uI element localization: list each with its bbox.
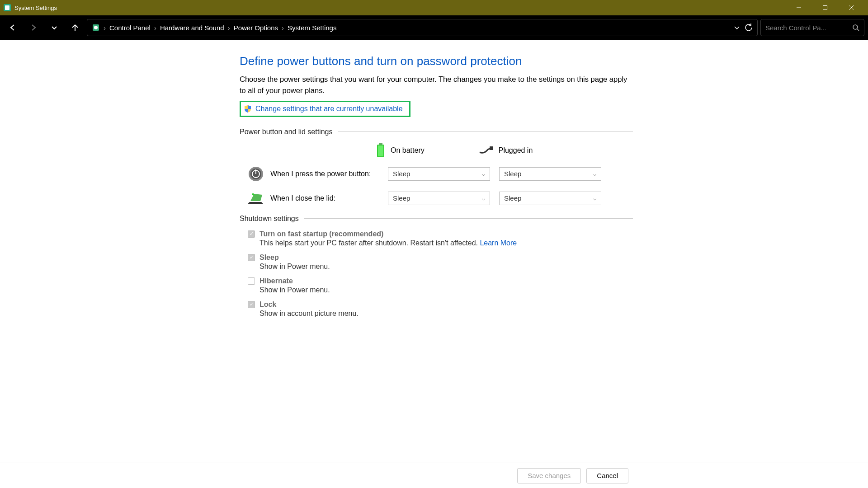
change-settings-link[interactable]: Change settings that are currently unava… <box>240 101 410 117</box>
control-panel-icon <box>92 23 100 32</box>
plug-icon <box>479 146 494 155</box>
lid-icon <box>248 190 264 206</box>
page-description: Choose the power settings that you want … <box>240 74 633 96</box>
navbar: › Control Panel › Hardware and Sound › P… <box>0 15 868 40</box>
save-button[interactable]: Save changes <box>517 468 581 483</box>
select-power-button-battery[interactable]: Sleep⌵ <box>388 167 490 181</box>
svg-point-7 <box>94 26 98 29</box>
shield-icon <box>244 105 252 113</box>
svg-rect-13 <box>490 146 493 150</box>
breadcrumb-item[interactable]: System Settings <box>288 24 336 32</box>
row-close-lid: When I close the lid: Sleep⌵ Sleep⌵ <box>240 190 633 206</box>
address-bar[interactable]: › Control Panel › Hardware and Sound › P… <box>87 19 758 36</box>
chevron-down-icon: ⌵ <box>482 195 485 202</box>
svg-point-8 <box>853 25 858 29</box>
chevron-right-icon: › <box>282 24 284 32</box>
battery-icon <box>375 143 386 158</box>
chevron-down-icon: ⌵ <box>593 195 596 202</box>
select-power-button-plugged[interactable]: Sleep⌵ <box>499 167 601 181</box>
back-button[interactable] <box>4 19 22 37</box>
learn-more-link[interactable]: Learn More <box>480 239 517 247</box>
forward-button[interactable] <box>24 19 42 37</box>
chevron-right-icon: › <box>228 24 230 32</box>
column-plugged-in: Plugged in <box>479 146 533 155</box>
checkbox-hibernate[interactable] <box>248 277 255 285</box>
breadcrumb-item[interactable]: Power Options <box>234 24 278 32</box>
power-button-icon <box>248 166 264 182</box>
breadcrumb-item[interactable]: Control Panel <box>109 24 151 32</box>
change-settings-label: Change settings that are currently unava… <box>255 105 403 113</box>
row-power-button: When I press the power button: Sleep⌵ Sl… <box>240 166 633 182</box>
app-icon <box>4 4 11 11</box>
chevron-down-icon: ⌵ <box>482 171 485 177</box>
breadcrumb-item[interactable]: Hardware and Sound <box>160 24 224 32</box>
select-lid-battery[interactable]: Sleep⌵ <box>388 192 490 205</box>
refresh-icon[interactable] <box>745 23 753 32</box>
chevron-down-icon: ⌵ <box>593 171 596 177</box>
checkbox-fast-startup[interactable] <box>248 230 255 238</box>
shutdown-sleep: Sleep Show in Power menu. <box>248 253 633 271</box>
section-power-lid: Power button and lid settings <box>240 128 633 136</box>
window-title: System Settings <box>14 5 786 11</box>
footer: Save changes Cancel <box>0 463 868 488</box>
content-area: Define power buttons and turn on passwor… <box>0 40 868 463</box>
checkbox-lock[interactable] <box>248 301 255 308</box>
svg-rect-10 <box>379 143 382 145</box>
shutdown-fast-startup: Turn on fast startup (recommended) This … <box>248 230 633 247</box>
chevron-right-icon: › <box>104 24 106 32</box>
row-label: When I close the lid: <box>270 194 388 202</box>
titlebar: System Settings <box>0 0 868 15</box>
cancel-button[interactable]: Cancel <box>586 468 628 483</box>
svg-line-9 <box>857 29 859 31</box>
column-on-battery: On battery <box>375 143 425 158</box>
section-shutdown: Shutdown settings <box>240 215 633 223</box>
checkbox-sleep[interactable] <box>248 254 255 261</box>
page-heading: Define power buttons and turn on passwor… <box>240 54 633 68</box>
svg-rect-1 <box>5 5 9 10</box>
shutdown-hibernate: Hibernate Show in Power menu. <box>248 277 633 294</box>
minimize-button[interactable] <box>786 0 812 15</box>
recent-button[interactable] <box>45 19 63 37</box>
shutdown-lock: Lock Show in account picture menu. <box>248 300 633 318</box>
search-placeholder: Search Control Pa... <box>765 24 852 32</box>
select-lid-plugged[interactable]: Sleep⌵ <box>499 192 601 205</box>
search-icon <box>852 24 859 31</box>
chevron-right-icon: › <box>154 24 156 32</box>
maximize-button[interactable] <box>812 0 838 15</box>
search-input[interactable]: Search Control Pa... <box>760 19 864 36</box>
row-label: When I press the power button: <box>270 170 388 178</box>
chevron-down-icon[interactable] <box>734 24 740 31</box>
up-button[interactable] <box>66 19 84 37</box>
close-button[interactable] <box>838 0 864 15</box>
svg-rect-12 <box>378 145 383 156</box>
svg-rect-3 <box>823 6 827 10</box>
